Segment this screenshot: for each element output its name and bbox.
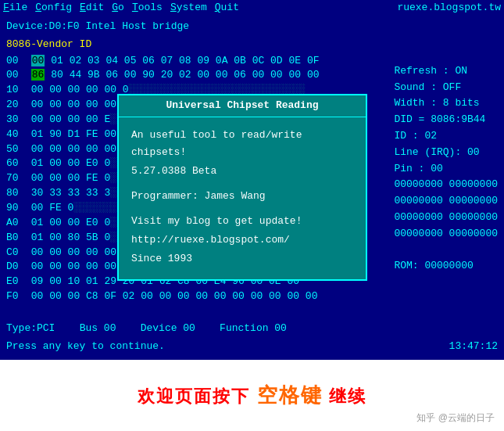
chinese-suffix: 继续 [323, 386, 366, 406]
width-info: Width : 8 bits [394, 95, 498, 112]
modal-line6: Since 1993 [131, 250, 353, 268]
status-type: Type:PCI [6, 322, 55, 334]
status-bus: Bus 00 [80, 322, 116, 334]
modal-title: Universal Chipset Reading [119, 95, 366, 117]
row1-info: 00000000 00000000 [394, 177, 498, 193]
menu-quit[interactable]: Quit [215, 1, 239, 16]
modal-body: An useful tool to read/write chipsets! 5… [119, 117, 366, 279]
menu-go[interactable]: Go [112, 1, 124, 16]
bottom-section: 欢迎页面按下 空格键 继续 知乎 @云端的日子 [0, 360, 504, 431]
section-title: 8086-Vendor ID [6, 38, 498, 52]
url-display: ruexe.blogspot.tw [397, 1, 501, 16]
modal-line3: Programmer: James Wang [131, 188, 353, 205]
sound-info: Sound : OFF [394, 80, 498, 96]
modal-line2: 5.27.0388 Beta [131, 163, 353, 180]
modal-dialog: Universal Chipset Reading An useful tool… [117, 94, 367, 281]
row2-info: 00000000 00000000 [394, 193, 498, 210]
menu-system[interactable]: System [170, 1, 207, 16]
row4-info: 00000000 00000000 [394, 226, 498, 242]
info-panel: Refresh : ON Sound : OFF Width : 8 bits … [394, 63, 498, 275]
line-info: Line (IRQ): 00 [394, 145, 498, 161]
device-line: Device:D0:F0 Intel Host bridge [6, 20, 498, 34]
status-device: Device 00 [141, 322, 195, 334]
rom-info: ROM: 00000000 [394, 258, 498, 275]
hex-row-f0: F0 00 00 00 C8 0F 02 00 00 00 00 00 00 0… [6, 289, 498, 304]
menu-edit[interactable]: Edit [80, 1, 104, 16]
id-info: ID : 02 [394, 128, 498, 145]
modal-line5: http://ruexe.blogspot.com/ [131, 232, 353, 249]
refresh-info: Refresh : ON [394, 63, 498, 80]
status-function: Function 00 [220, 322, 287, 334]
menu-config[interactable]: Config [35, 1, 72, 16]
menu-tools[interactable]: Tools [132, 1, 163, 16]
press-key-text: Press any key to continue. [6, 339, 165, 354]
time-display: 13:47:12 [449, 339, 498, 354]
menu-bar: File Config Edit Go Tools System Quit ru… [0, 0, 504, 16]
watermark: 知乎 @云端的日子 [416, 411, 495, 425]
menu-file[interactable]: File [3, 1, 27, 16]
did-info: DID = 8086:9B44 [394, 112, 498, 128]
press-key-bar: Press any key to continue. 13:47:12 [0, 339, 504, 355]
pin-info: Pin : 00 [394, 161, 498, 178]
modal-line4: Visit my blog to get update! [131, 213, 353, 230]
row3-info: 00000000 00000000 [394, 210, 498, 226]
chinese-prefix: 欢迎页面按下 [138, 386, 256, 406]
chinese-text: 欢迎页面按下 空格键 继续 [138, 382, 366, 409]
chinese-highlight: 空格键 [257, 383, 323, 407]
terminal-window: File Config Edit Go Tools System Quit ru… [0, 0, 504, 360]
status-left: Type:PCI Bus 00 Device 00 Function 00 [6, 321, 287, 336]
status-bar: Type:PCI Bus 00 Device 00 Function 00 [0, 320, 504, 338]
modal-line1: An useful tool to read/write chipsets! [131, 127, 353, 161]
